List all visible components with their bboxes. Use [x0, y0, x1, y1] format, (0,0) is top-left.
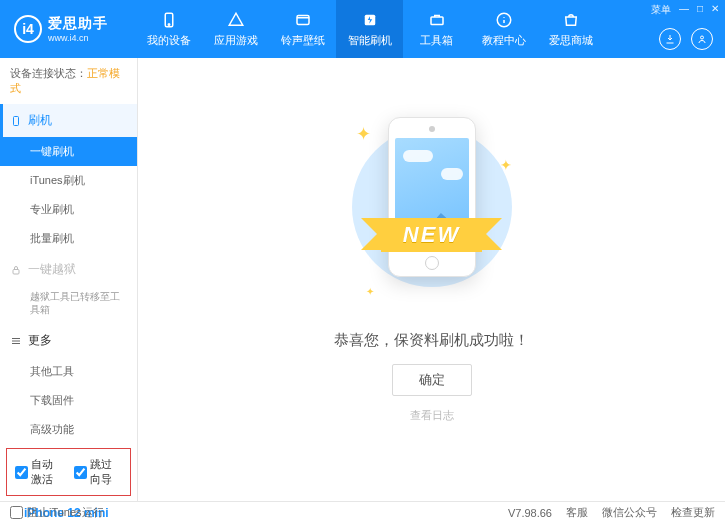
tutorial-icon: [495, 11, 513, 29]
nav-toolbox[interactable]: 工具箱: [403, 0, 470, 58]
svg-rect-2: [297, 15, 309, 24]
brand-url: www.i4.cn: [48, 33, 108, 43]
nav-label: 工具箱: [420, 33, 453, 48]
maximize-button[interactable]: □: [697, 3, 703, 17]
sidebar: 设备连接状态：正常模式 刷机 一键刷机 iTunes刷机 专业刷机 批量刷机 一…: [0, 58, 138, 501]
logo-area: i4 爱思助手 www.i4.cn: [0, 15, 135, 43]
sidebar-item-download-firmware[interactable]: 下载固件: [0, 386, 137, 415]
wechat-link[interactable]: 微信公众号: [602, 505, 657, 520]
sparkle-icon: ✦: [366, 286, 374, 297]
nav-label: 教程中心: [482, 33, 526, 48]
user-icon: [696, 33, 708, 45]
block-itunes-label: 阻止iTunes运行: [27, 505, 104, 520]
nav-label: 应用游戏: [214, 33, 258, 48]
checkbox-label: 自动激活: [31, 457, 64, 487]
store-icon: [562, 11, 580, 29]
nav-label: 智能刷机: [348, 33, 392, 48]
support-link[interactable]: 客服: [566, 505, 588, 520]
toolbox-icon: [428, 11, 446, 29]
svg-rect-7: [14, 116, 19, 125]
section-jailbreak: 一键越狱: [0, 253, 137, 286]
skip-guide-checkbox[interactable]: [74, 466, 87, 479]
nav-my-device[interactable]: 我的设备: [135, 0, 202, 58]
nav-label: 爱思商城: [549, 33, 593, 48]
svg-point-1: [168, 23, 170, 25]
sidebar-item-pro-flash[interactable]: 专业刷机: [0, 195, 137, 224]
nav-label: 我的设备: [147, 33, 191, 48]
sidebar-item-oneclick-flash[interactable]: 一键刷机: [0, 137, 137, 166]
flash-icon: [361, 11, 379, 29]
ringtone-icon: [294, 11, 312, 29]
new-ribbon: NEW: [381, 218, 482, 252]
lock-icon: [10, 264, 22, 276]
window-controls: 菜单 — □ ✕: [651, 3, 719, 17]
checkbox-skip-guide[interactable]: 跳过向导: [74, 457, 123, 487]
nav-label: 铃声壁纸: [281, 33, 325, 48]
phone-small-icon: [10, 115, 22, 127]
block-itunes-checkbox[interactable]: [10, 506, 23, 519]
success-illustration: NEW ✦ ✦ ✦: [352, 117, 512, 307]
nav-store[interactable]: 爱思商城: [537, 0, 604, 58]
brand-name: 爱思助手: [48, 15, 108, 33]
nav-smart-flash[interactable]: 智能刷机: [336, 0, 403, 58]
connection-status: 设备连接状态：正常模式: [0, 58, 137, 104]
checkbox-label: 跳过向导: [90, 457, 123, 487]
close-button[interactable]: ✕: [711, 3, 719, 17]
section-flash[interactable]: 刷机: [0, 104, 137, 137]
section-title: 更多: [28, 332, 52, 349]
nav-ringtones[interactable]: 铃声壁纸: [269, 0, 336, 58]
svg-rect-4: [431, 17, 443, 25]
apps-icon: [227, 11, 245, 29]
app-header: i4 爱思助手 www.i4.cn 我的设备 应用游戏 铃声壁纸 智能刷机 工具…: [0, 0, 725, 58]
sidebar-item-batch-flash[interactable]: 批量刷机: [0, 224, 137, 253]
version-label: V7.98.66: [508, 507, 552, 519]
list-icon: [10, 335, 22, 347]
main-content: NEW ✦ ✦ ✦ 恭喜您，保资料刷机成功啦！ 确定 查看日志: [138, 58, 725, 501]
check-update-link[interactable]: 检查更新: [671, 505, 715, 520]
menu-button[interactable]: 菜单: [651, 3, 671, 17]
svg-point-6: [701, 36, 704, 39]
phone-icon: [160, 11, 178, 29]
logo-icon: i4: [14, 15, 42, 43]
sidebar-item-advanced[interactable]: 高级功能: [0, 415, 137, 444]
auto-activate-checkbox[interactable]: [15, 466, 28, 479]
ok-button[interactable]: 确定: [392, 364, 472, 396]
header-right: [659, 28, 713, 50]
view-log-link[interactable]: 查看日志: [410, 408, 454, 423]
sidebar-item-itunes-flash[interactable]: iTunes刷机: [0, 166, 137, 195]
sparkle-icon: ✦: [500, 157, 512, 173]
svg-rect-8: [13, 269, 19, 274]
download-button[interactable]: [659, 28, 681, 50]
download-icon: [664, 33, 676, 45]
minimize-button[interactable]: —: [679, 3, 689, 17]
section-more[interactable]: 更多: [0, 324, 137, 357]
jailbreak-note: 越狱工具已转移至工具箱: [0, 286, 137, 324]
checkbox-options: 自动激活 跳过向导: [6, 448, 131, 496]
section-title: 一键越狱: [28, 261, 76, 278]
main-nav: 我的设备 应用游戏 铃声壁纸 智能刷机 工具箱 教程中心 爱思商城: [135, 0, 604, 58]
nav-apps[interactable]: 应用游戏: [202, 0, 269, 58]
nav-tutorials[interactable]: 教程中心: [470, 0, 537, 58]
section-title: 刷机: [28, 112, 52, 129]
checkbox-auto-activate[interactable]: 自动激活: [15, 457, 64, 487]
sidebar-item-other-tools[interactable]: 其他工具: [0, 357, 137, 386]
sparkle-icon: ✦: [356, 123, 371, 145]
user-button[interactable]: [691, 28, 713, 50]
status-label: 设备连接状态：: [10, 67, 87, 79]
success-message: 恭喜您，保资料刷机成功啦！: [334, 331, 529, 350]
